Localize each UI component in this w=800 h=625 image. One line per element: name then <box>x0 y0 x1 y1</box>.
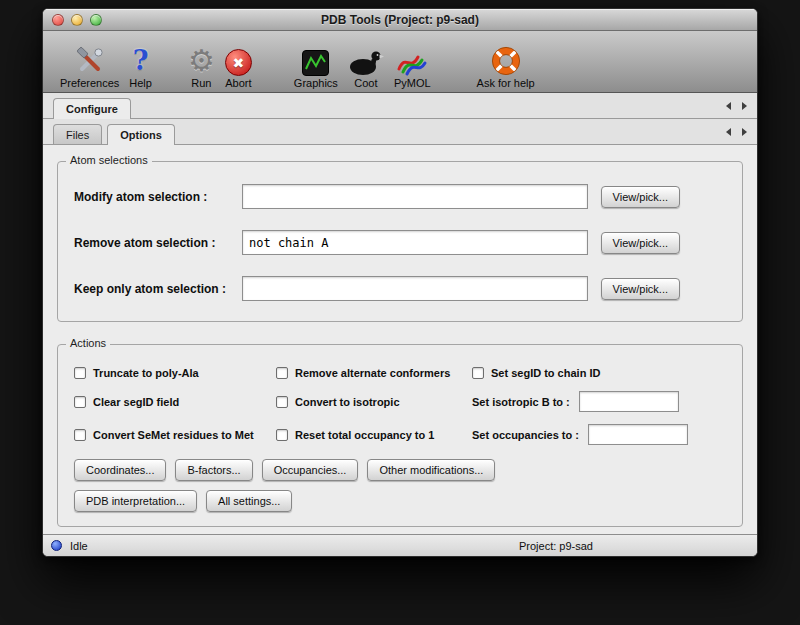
all-settings-button[interactable]: All settings... <box>206 490 292 512</box>
checkbox-label: Truncate to poly-Ala <box>93 367 199 379</box>
toolbar: Preferences ? Help ⚙ Run ✖ Abort Gr <box>43 31 757 93</box>
status-text: Idle <box>70 540 88 552</box>
toolbar-preferences-button[interactable]: Preferences <box>55 42 124 89</box>
tab-configure[interactable]: Configure <box>53 98 131 118</box>
content-spacer <box>57 527 743 534</box>
field-label: Keep only atom selection : <box>74 282 242 296</box>
toolbar-label: Preferences <box>60 77 119 89</box>
checkbox-icon[interactable] <box>74 429 86 441</box>
checkbox-label: Convert to isotropic <box>295 396 400 408</box>
checkbox-icon[interactable] <box>472 367 484 379</box>
checkbox-set-segid-to-chain-id[interactable]: Set segID to chain ID <box>472 367 726 379</box>
remove-atom-selection-row: Remove atom selection : View/pick... <box>74 230 680 255</box>
remove-atom-selection-input[interactable] <box>242 230 588 255</box>
tab-scroll-left-icon[interactable] <box>726 102 731 110</box>
actions-button-row-2: PDB interpretation... All settings... <box>74 490 726 512</box>
toolbar-label: Coot <box>354 77 377 89</box>
statusbar: Idle Project: p9-sad <box>43 534 757 556</box>
checkbox-label: Set segID to chain ID <box>491 367 600 379</box>
toolbar-label: Ask for help <box>477 77 535 89</box>
field-label: Set isotropic B to : <box>472 396 570 408</box>
tab-scroll-left-icon[interactable] <box>726 128 731 136</box>
tab-scroll-controls <box>726 102 747 110</box>
checkbox-icon[interactable] <box>276 429 288 441</box>
toolbar-abort-button[interactable]: ✖ Abort <box>220 42 257 89</box>
view-pick-button[interactable]: View/pick... <box>601 232 680 254</box>
field-label: Remove atom selection : <box>74 236 242 250</box>
field-label: Set occupancies to : <box>472 429 579 441</box>
checkbox-icon[interactable] <box>74 367 86 379</box>
view-pick-button[interactable]: View/pick... <box>601 186 680 208</box>
toolbar-label: PyMOL <box>394 77 431 89</box>
checkbox-label: Convert SeMet residues to Met <box>93 429 254 441</box>
set-occupancies-input[interactable] <box>588 424 688 445</box>
minimize-button[interactable] <box>71 14 83 26</box>
occupancies-button[interactable]: Occupancies... <box>262 459 359 481</box>
options-panel: Atom selections Modify atom selection : … <box>43 145 757 534</box>
view-pick-button[interactable]: View/pick... <box>601 278 680 300</box>
close-button[interactable] <box>52 14 64 26</box>
coordinates-button[interactable]: Coordinates... <box>74 459 166 481</box>
tab-scroll-controls <box>726 128 747 136</box>
window-title: PDB Tools (Project: p9-sad) <box>321 13 479 27</box>
field-label: Modify atom selection : <box>74 190 242 204</box>
red-x-icon: ✖ <box>225 42 252 76</box>
toolbar-label: Abort <box>225 77 251 89</box>
checkbox-clear-segid-field[interactable]: Clear segID field <box>74 396 272 408</box>
tab-options[interactable]: Options <box>107 124 175 144</box>
actions-checkbox-grid: Truncate to poly-Ala Remove alternate co… <box>74 367 726 445</box>
set-isotropic-b-input[interactable] <box>579 391 679 412</box>
actions-button-row-1: Coordinates... B-factors... Occupancies.… <box>74 459 726 481</box>
checkbox-label: Clear segID field <box>93 396 179 408</box>
toolbar-coot-button[interactable]: Coot <box>343 42 389 89</box>
crossed-tools-icon <box>75 42 105 76</box>
toolbar-help-button[interactable]: ? Help <box>124 42 157 89</box>
outer-tabbar: Configure <box>43 93 757 119</box>
zoom-button[interactable] <box>90 14 102 26</box>
actions-group: Actions Truncate to poly-Ala Remove alte… <box>57 344 743 527</box>
checkbox-truncate-to-poly-ala[interactable]: Truncate to poly-Ala <box>74 367 272 379</box>
group-legend: Actions <box>66 337 110 349</box>
checkbox-label: Remove alternate conformers <box>295 367 450 379</box>
question-mark-icon: ? <box>133 42 149 76</box>
status-led-icon <box>51 540 62 551</box>
tab-files[interactable]: Files <box>53 124 102 144</box>
pdb-tools-window: PDB Tools (Project: p9-sad) Preferences … <box>42 8 758 557</box>
keep-only-atom-selection-row: Keep only atom selection : View/pick... <box>74 276 680 301</box>
coot-bird-icon <box>348 42 384 76</box>
window-controls <box>52 14 102 26</box>
toolbar-pymol-button[interactable]: PyMOL <box>389 42 436 89</box>
toolbar-label: Help <box>129 77 152 89</box>
modify-atom-selection-row: Modify atom selection : View/pick... <box>74 184 680 209</box>
checkbox-icon[interactable] <box>74 396 86 408</box>
toolbar-label: Run <box>191 77 211 89</box>
life-ring-icon <box>491 42 521 76</box>
checkbox-label: Reset total occupancy to 1 <box>295 429 434 441</box>
group-legend: Atom selections <box>66 154 152 166</box>
modify-atom-selection-input[interactable] <box>242 184 588 209</box>
set-isotropic-b-field: Set isotropic B to : <box>472 391 726 412</box>
checkbox-reset-total-occupancy[interactable]: Reset total occupancy to 1 <box>276 429 468 441</box>
checkbox-convert-to-isotropic[interactable]: Convert to isotropic <box>276 396 468 408</box>
project-label: Project: p9-sad <box>519 540 593 552</box>
titlebar[interactable]: PDB Tools (Project: p9-sad) <box>43 9 757 31</box>
tab-scroll-right-icon[interactable] <box>742 128 747 136</box>
pdb-interpretation-button[interactable]: PDB interpretation... <box>74 490 197 512</box>
pymol-ribbon-icon <box>396 42 428 76</box>
b-factors-button[interactable]: B-factors... <box>175 459 252 481</box>
checkbox-convert-semet-to-met[interactable]: Convert SeMet residues to Met <box>74 429 272 441</box>
toolbar-run-button[interactable]: ⚙ Run <box>183 42 220 89</box>
toolbar-graphics-button[interactable]: Graphics <box>289 42 343 89</box>
tab-scroll-right-icon[interactable] <box>742 102 747 110</box>
atom-selections-group: Atom selections Modify atom selection : … <box>57 161 743 322</box>
checkbox-icon[interactable] <box>276 396 288 408</box>
other-modifications-button[interactable]: Other modifications... <box>367 459 495 481</box>
toolbar-ask-for-help-button[interactable]: Ask for help <box>472 42 540 89</box>
set-occupancies-field: Set occupancies to : <box>472 424 726 445</box>
keep-only-atom-selection-input[interactable] <box>242 276 588 301</box>
gear-icon: ⚙ <box>188 42 215 76</box>
inner-tabbar: Files Options <box>43 119 757 145</box>
checkbox-icon[interactable] <box>276 367 288 379</box>
checkbox-remove-alternate-conformers[interactable]: Remove alternate conformers <box>276 367 468 379</box>
toolbar-label: Graphics <box>294 77 338 89</box>
